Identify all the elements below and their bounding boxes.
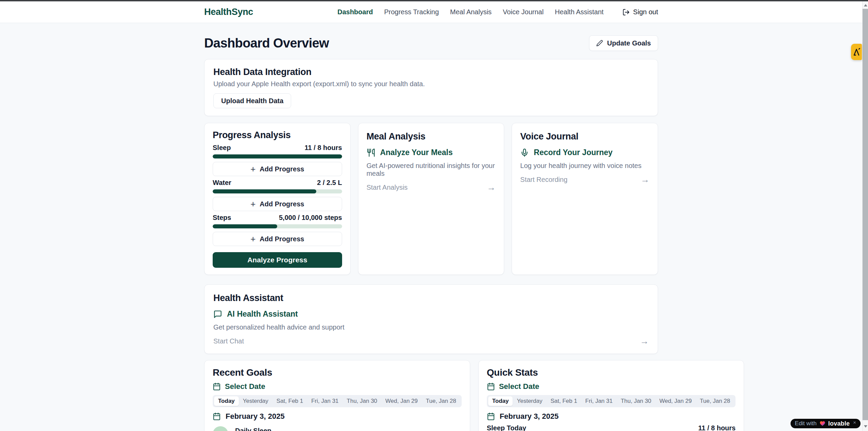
start-recording-label: Start Recording bbox=[520, 176, 567, 184]
tab-tue-jan-28[interactable]: Tue, Jan 28 bbox=[422, 396, 460, 406]
app-logo[interactable]: HealthSync bbox=[204, 7, 253, 17]
sleep-today-metric: Sleep Today 11 / 8 hours bbox=[487, 424, 736, 431]
dev-tool-badge[interactable] bbox=[851, 44, 862, 60]
plus-icon: + bbox=[250, 165, 255, 173]
record-your-journey-label: Record Your Journey bbox=[534, 148, 613, 157]
app-header: HealthSync Dashboard Progress Tracking M… bbox=[0, 1, 862, 23]
start-recording-row[interactable]: Start Recording → bbox=[520, 175, 650, 184]
start-chat-label: Start Chat bbox=[213, 337, 244, 345]
meal-analysis-title: Meal Analysis bbox=[367, 131, 496, 142]
add-progress-label: Add Progress bbox=[260, 235, 304, 243]
lovable-brand-label: lovable bbox=[828, 420, 850, 427]
voice-journal-title: Voice Journal bbox=[520, 131, 650, 142]
close-icon[interactable]: × bbox=[853, 419, 856, 425]
scrollbar-thumb[interactable] bbox=[863, 9, 868, 420]
water-add-progress-button[interactable]: + Add Progress bbox=[213, 197, 342, 211]
water-metric: Water 2 / 2.5 L + Add Progress bbox=[213, 179, 342, 211]
quick-stats-date-tabs: Today Yesterday Sat, Feb 1 Fri, Jan 31 T… bbox=[487, 395, 736, 407]
record-your-journey-link[interactable]: Record Your Journey bbox=[520, 148, 650, 157]
select-date-label: Select Date bbox=[225, 382, 265, 391]
sleep-today-value: 11 / 8 hours bbox=[698, 424, 736, 431]
tab-wed-jan-29[interactable]: Wed, Jan 29 bbox=[655, 396, 696, 406]
tab-sat-feb-1[interactable]: Sat, Feb 1 bbox=[272, 396, 307, 406]
tab-thu-jan-30[interactable]: Thu, Jan 30 bbox=[617, 396, 655, 406]
sleep-metric: Sleep 11 / 8 hours + Add Progress bbox=[213, 144, 342, 176]
water-label: Water bbox=[213, 179, 231, 187]
nav-meal-analysis[interactable]: Meal Analysis bbox=[450, 8, 492, 16]
water-value: 2 / 2.5 L bbox=[317, 179, 342, 187]
page-title: Dashboard Overview bbox=[204, 36, 329, 51]
tab-yesterday[interactable]: Yesterday bbox=[513, 396, 546, 406]
water-progress-bar bbox=[213, 189, 342, 193]
steps-progress-fill bbox=[213, 224, 277, 228]
start-analysis-label: Start Analysis bbox=[367, 184, 408, 191]
sign-out-button[interactable]: Sign out bbox=[622, 8, 658, 16]
ai-health-assistant-link[interactable]: AI Health Assistant bbox=[213, 310, 649, 319]
voice-journal-card: Voice Journal Record Your Journey Log yo… bbox=[512, 123, 658, 275]
page-scrollbar[interactable] bbox=[862, 1, 868, 431]
steps-label: Steps bbox=[213, 214, 231, 222]
nav-voice-journal[interactable]: Voice Journal bbox=[503, 8, 544, 16]
arrow-right-icon: → bbox=[640, 337, 649, 345]
current-date-label: February 3, 2025 bbox=[226, 412, 285, 421]
main-nav: Dashboard Progress Tracking Meal Analysi… bbox=[337, 8, 658, 16]
sleep-add-progress-button[interactable]: + Add Progress bbox=[213, 162, 342, 176]
recent-goals-select-date[interactable]: Select Date bbox=[213, 382, 462, 391]
tab-yesterday[interactable]: Yesterday bbox=[239, 396, 272, 406]
sleep-today-label: Sleep Today bbox=[487, 424, 526, 431]
analyze-your-meals-link[interactable]: Analyze Your Meals bbox=[367, 148, 496, 157]
tab-fri-jan-31[interactable]: Fri, Jan 31 bbox=[581, 396, 617, 406]
health-assistant-card: Health Assistant AI Health Assistant Get… bbox=[204, 284, 658, 354]
scrollbar-up-arrow[interactable] bbox=[863, 2, 868, 8]
start-chat-row[interactable]: Start Chat → bbox=[213, 337, 649, 345]
health-assistant-title: Health Assistant bbox=[213, 293, 649, 303]
chat-bubble-icon bbox=[213, 310, 222, 319]
window-top-edge bbox=[0, 0, 868, 1]
nav-health-assistant[interactable]: Health Assistant bbox=[555, 8, 603, 16]
upload-health-data-button[interactable]: Upload Health Data bbox=[213, 93, 291, 108]
steps-add-progress-button[interactable]: + Add Progress bbox=[213, 232, 342, 246]
analyze-progress-button[interactable]: Analyze Progress bbox=[213, 252, 342, 268]
ai-health-assistant-label: AI Health Assistant bbox=[227, 310, 298, 319]
recent-goals-card: Recent Goals Select Date Today Yesterday… bbox=[204, 360, 470, 431]
scrollbar-down-arrow[interactable] bbox=[863, 424, 868, 429]
add-progress-label: Add Progress bbox=[260, 165, 304, 173]
voice-journal-description: Log your health journey with voice notes bbox=[520, 162, 650, 170]
tab-thu-jan-30[interactable]: Thu, Jan 30 bbox=[343, 396, 382, 406]
pencil-icon bbox=[596, 40, 603, 46]
goal-complete-badge bbox=[213, 426, 228, 431]
update-goals-button[interactable]: Update Goals bbox=[589, 35, 658, 51]
sleep-value: 11 / 8 hours bbox=[305, 144, 342, 152]
sleep-label: Sleep bbox=[213, 144, 231, 152]
add-progress-label: Add Progress bbox=[260, 200, 304, 208]
water-progress-fill bbox=[213, 189, 316, 193]
edit-with-lovable-badge[interactable]: Edit with lovable × bbox=[791, 419, 861, 428]
health-data-integration-card: Health Data Integration Upload your Appl… bbox=[204, 59, 658, 116]
tab-tue-jan-28[interactable]: Tue, Jan 28 bbox=[696, 396, 734, 406]
tab-sat-feb-1[interactable]: Sat, Feb 1 bbox=[546, 396, 581, 406]
tab-fri-jan-31[interactable]: Fri, Jan 31 bbox=[307, 396, 342, 406]
steps-progress-bar bbox=[213, 224, 342, 228]
select-date-label: Select Date bbox=[499, 382, 539, 391]
quick-stats-card: Quick Stats Select Date Today Yesterday … bbox=[478, 360, 744, 431]
tab-today[interactable]: Today bbox=[214, 396, 239, 406]
quick-stats-select-date[interactable]: Select Date bbox=[487, 382, 736, 391]
health-assistant-description: Get personalized health advice and suppo… bbox=[213, 323, 649, 331]
calendar-icon bbox=[213, 382, 221, 391]
start-analysis-row[interactable]: Start Analysis → bbox=[367, 183, 496, 192]
progress-analysis-card: Progress Analysis Sleep 11 / 8 hours + A… bbox=[204, 123, 351, 275]
arrow-right-icon: → bbox=[641, 175, 650, 184]
sleep-progress-fill bbox=[213, 154, 342, 158]
logout-icon bbox=[622, 8, 630, 16]
tab-today[interactable]: Today bbox=[488, 396, 513, 406]
goal-name: Daily Sleep bbox=[235, 426, 271, 431]
health-data-title: Health Data Integration bbox=[213, 67, 649, 77]
update-goals-label: Update Goals bbox=[607, 39, 651, 47]
nav-progress-tracking[interactable]: Progress Tracking bbox=[384, 8, 439, 16]
nav-dashboard[interactable]: Dashboard bbox=[337, 8, 373, 16]
tab-wed-jan-29[interactable]: Wed, Jan 29 bbox=[381, 396, 422, 406]
analyze-your-meals-label: Analyze Your Meals bbox=[380, 148, 453, 157]
goal-row-daily-sleep: Daily Sleep 11 / 8 hours bbox=[213, 426, 462, 431]
quick-stats-title: Quick Stats bbox=[487, 367, 736, 378]
heart-icon bbox=[819, 420, 826, 427]
